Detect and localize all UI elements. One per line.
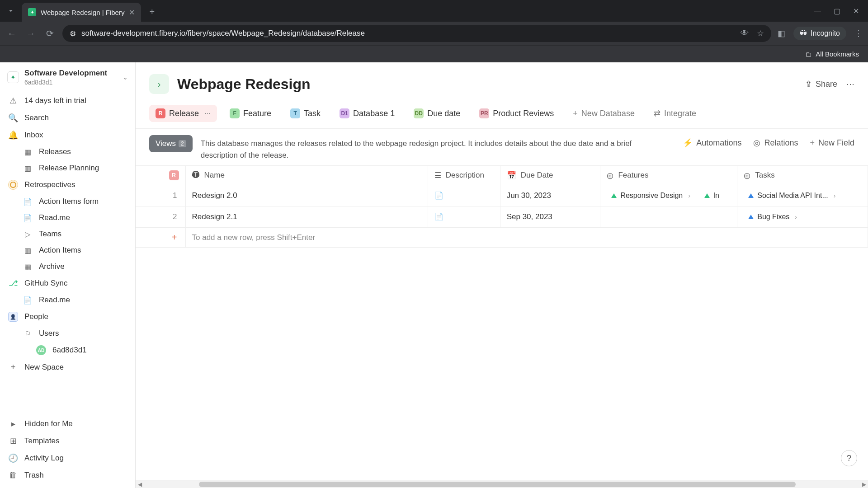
new-tab-button[interactable]: + — [144, 4, 160, 20]
cell-description[interactable]: 📄 — [428, 206, 500, 228]
task-chip[interactable]: Social Media API Int...› — [744, 190, 840, 202]
back-button[interactable]: ← — [5, 28, 18, 39]
sidebar-hidden[interactable]: ▸Hidden for Me — [0, 415, 135, 432]
sidebar-github-sync[interactable]: ⎇GitHub Sync — [0, 275, 135, 292]
task-chip[interactable]: Bug Fixes› — [744, 211, 802, 223]
sidebar-templates[interactable]: ⊞Templates — [0, 432, 135, 450]
tab-database1[interactable]: D1Database 1 — [333, 105, 401, 122]
sidebar-activity-log[interactable]: 🕘Activity Log — [0, 450, 135, 467]
bookmark-star-icon[interactable]: ☆ — [757, 28, 764, 38]
url-text: software-development.fibery.io/fibery/sp… — [81, 29, 365, 38]
sidebar-inbox[interactable]: 🔔Inbox — [0, 127, 135, 144]
all-bookmarks-button[interactable]: All Bookmarks — [816, 50, 859, 58]
release-badge-icon: R — [169, 170, 179, 180]
label: Relations — [764, 138, 798, 148]
database-description: This database manages the releases relat… — [201, 135, 635, 161]
col-header-description[interactable]: ☰Description — [428, 166, 500, 185]
col-header-features[interactable]: ◎Features — [600, 166, 737, 185]
tab-release[interactable]: RRelease⋯ — [149, 105, 217, 122]
sidebar-label: People — [24, 312, 48, 321]
sidebar-users[interactable]: ⚐Users — [0, 325, 135, 342]
new-field-button[interactable]: +New Field — [810, 138, 854, 148]
site-settings-icon[interactable]: ⚙ — [70, 29, 76, 38]
close-icon[interactable]: ✕ — [129, 8, 135, 17]
scroll-left-icon[interactable]: ◀ — [136, 480, 144, 488]
side-panel-icon[interactable]: ◧ — [778, 28, 785, 38]
sidebar-user-entry[interactable]: AD6ad8d3d1 — [0, 342, 135, 359]
cell-features[interactable]: Responsive Design› In — [600, 185, 737, 206]
feature-chip[interactable]: In — [700, 190, 724, 202]
sidebar-label: Hidden for Me — [24, 419, 73, 428]
tab-feature[interactable]: FFeature — [223, 105, 278, 122]
cell-description[interactable]: 📄 — [428, 185, 500, 206]
collapse-sidebar-button[interactable]: › — [149, 74, 169, 94]
cell-due-date[interactable]: Sep 30, 2023 — [500, 206, 600, 228]
cell-features[interactable] — [600, 206, 737, 228]
scrollbar-thumb[interactable] — [199, 482, 796, 487]
incognito-badge[interactable]: 🕶 Incognito — [793, 27, 846, 40]
help-button[interactable]: ? — [841, 450, 857, 466]
more-menu-icon[interactable]: ⋯ — [846, 79, 854, 89]
maximize-icon[interactable]: ▢ — [834, 7, 840, 15]
automation-icon: ⚡ — [683, 138, 693, 148]
tab-label: Integrate — [664, 109, 696, 118]
scroll-right-icon[interactable]: ▶ — [860, 480, 868, 488]
sidebar-trial[interactable]: ⚠14 days left in trial — [0, 92, 135, 109]
close-window-icon[interactable]: ✕ — [853, 7, 859, 15]
table-header-row: R 🅣Name ☰Description 📅Due Date ◎Features… — [136, 166, 868, 185]
sidebar-action-items-form[interactable]: 📄Action Items form — [0, 193, 135, 210]
sidebar-retrospectives[interactable]: Retrospectives — [0, 176, 135, 193]
tab-more-icon[interactable]: ⋯ — [204, 110, 211, 117]
col-header-tasks[interactable]: ◎Tasks — [737, 166, 868, 185]
cell-due-date[interactable]: Jun 30, 2023 — [500, 185, 600, 206]
horizontal-scrollbar[interactable]: ◀ ▶ — [136, 480, 868, 488]
url-bar[interactable]: ⚙ software-development.fibery.io/fibery/… — [62, 25, 771, 42]
sidebar-readme-1[interactable]: 📄Read.me — [0, 210, 135, 226]
automations-button[interactable]: ⚡Automations — [683, 138, 741, 148]
add-row[interactable]: + To add a new row, press Shift+Enter — [136, 228, 868, 248]
sidebar-release-planning[interactable]: ▥Release Planning — [0, 160, 135, 176]
tab-product-reviews[interactable]: PRProduct Reviews — [473, 105, 560, 122]
cell-tasks[interactable]: Social Media API Int...› — [737, 185, 868, 206]
table-row[interactable]: 1 Redesign 2.0 📄 Jun 30, 2023 Responsive… — [136, 185, 868, 206]
favicon-icon — [28, 8, 36, 16]
sidebar-label: Trash — [24, 471, 44, 480]
cell-tasks[interactable]: Bug Fixes› — [737, 206, 868, 228]
sidebar-action-items[interactable]: ▥Action Items — [0, 242, 135, 258]
new-database-button[interactable]: +New Database — [566, 105, 641, 122]
badge-icon: R — [156, 108, 165, 118]
sidebar-teams[interactable]: ▷Teams — [0, 226, 135, 242]
browser-menu-icon[interactable]: ⋮ — [854, 28, 863, 38]
eye-off-icon[interactable]: 👁 — [741, 28, 749, 38]
minimize-icon[interactable]: ― — [814, 7, 821, 15]
workspace-switcher[interactable]: Software Development 6ad8d3d1 ⌄ — [0, 62, 135, 92]
share-button[interactable]: ⇪Share — [805, 79, 837, 89]
database-toolbar: Views2 This database manages the release… — [136, 128, 868, 165]
sidebar-archive[interactable]: ▦Archive — [0, 258, 135, 275]
table-row[interactable]: 2 Redesign 2.1 📄 Sep 30, 2023 Bug Fixes› — [136, 206, 868, 228]
cell-name[interactable]: Redesign 2.1 — [185, 206, 428, 228]
integrate-button[interactable]: ⇄Integrate — [647, 105, 703, 122]
col-header-due-date[interactable]: 📅Due Date — [500, 166, 600, 185]
tab-due-date[interactable]: DDDue date — [407, 105, 467, 122]
cell-name[interactable]: Redesign 2.0 — [185, 185, 428, 206]
badge-icon: DD — [414, 108, 424, 118]
feature-chip[interactable]: Responsive Design› — [607, 190, 695, 202]
sidebar-trash[interactable]: 🗑Trash — [0, 467, 135, 483]
reload-button[interactable]: ⟳ — [43, 28, 56, 39]
tab-task[interactable]: TTask — [284, 105, 327, 122]
forward-button[interactable]: → — [24, 28, 37, 39]
browser-tab-strip: Webpage Redesign | Fibery ✕ + ― ▢ ✕ — [0, 0, 868, 22]
sidebar-readme-2[interactable]: 📄Read.me — [0, 292, 135, 308]
relations-button[interactable]: ◎Relations — [753, 138, 798, 148]
sidebar-releases[interactable]: ▦Releases — [0, 144, 135, 160]
plus-icon: + — [573, 109, 578, 118]
col-header-name[interactable]: 🅣Name — [185, 166, 428, 185]
sidebar-search[interactable]: 🔍Search — [0, 109, 135, 127]
views-button[interactable]: Views2 — [149, 135, 193, 152]
browser-tab[interactable]: Webpage Redesign | Fibery ✕ — [22, 3, 141, 22]
sidebar-new-space[interactable]: +New Space — [0, 359, 135, 375]
add-row-plus[interactable]: + — [136, 228, 185, 248]
sidebar-people[interactable]: People — [0, 308, 135, 325]
tab-search-dropdown[interactable] — [0, 0, 22, 22]
